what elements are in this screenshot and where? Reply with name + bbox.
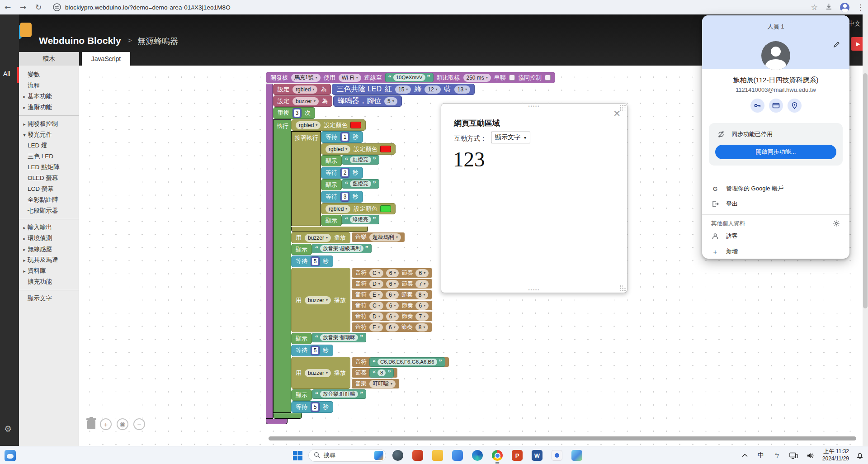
gear-icon[interactable] [832, 219, 840, 227]
block-row[interactable]: 節奏“8” [351, 368, 398, 378]
dropdown-field[interactable]: 7▾ [415, 280, 429, 288]
addresses-pin-icon[interactable] [788, 99, 802, 113]
number-block[interactable]: 5 [311, 256, 320, 266]
string-block[interactable]: “放音樂:叮叮噹” [312, 389, 366, 399]
dropdown-field[interactable]: rgbled▾ [326, 205, 350, 213]
block-row[interactable]: 等待1秒 [321, 131, 363, 143]
dropdown-field[interactable]: 6▾ [386, 269, 399, 277]
block-row[interactable]: 等待5秒 [291, 345, 333, 356]
forward-icon[interactable]: → [15, 3, 31, 12]
block-row[interactable]: 等待2秒 [321, 167, 363, 179]
horizontal-scrollbar[interactable] [269, 436, 856, 440]
resize-grip-bottom-right[interactable] [619, 285, 626, 292]
dropdown-field[interactable]: 12▾ [425, 85, 440, 94]
edge-icon[interactable] [472, 450, 483, 461]
dropdown-field[interactable]: buzzer▾ [305, 234, 331, 242]
sign-out-item[interactable]: 登出 [702, 196, 849, 212]
color-field[interactable] [350, 122, 361, 128]
speaker-icon[interactable] [802, 452, 819, 459]
all-categories-label[interactable]: All [3, 70, 10, 77]
dropdown-field[interactable]: 7▾ [415, 312, 429, 321]
sidebar-item-1[interactable]: 變數 [19, 69, 79, 80]
network-icon[interactable] [785, 452, 802, 459]
reload-icon[interactable]: ↻ [31, 3, 46, 12]
block-row[interactable]: 音符D▾6▾節奏7▾ [351, 279, 433, 289]
taskbar-clock[interactable]: 上午 11:32 2024/11/29 [822, 448, 849, 462]
dropdown-field[interactable]: C▾ [369, 269, 383, 277]
app-globe-icon[interactable] [392, 450, 403, 461]
string-block[interactable]: “紅燈亮” [342, 155, 379, 165]
dropdown-field[interactable]: rgbled▾ [326, 145, 350, 153]
enable-sync-button[interactable]: 開啟同步功能... [715, 145, 836, 159]
sidebar-item-11[interactable]: LCD 螢幕 [19, 184, 79, 194]
number-block[interactable]: 3 [292, 108, 302, 118]
language-label[interactable]: 中文 [848, 20, 861, 28]
sidebar-item-15[interactable]: ▸環境偵測 [19, 233, 79, 244]
attached-block[interactable]: 三色共陰 LED紅15▾綠12▾藍13▾ [332, 84, 475, 95]
manage-google-account-item[interactable]: G 管理你的 Google 帳戶 [702, 181, 849, 196]
block-row[interactable]: 等待3秒 [321, 191, 363, 203]
browser-menu-icon[interactable]: ⋮ [857, 3, 864, 12]
tray-chevron-up-icon[interactable] [737, 454, 753, 457]
dropdown-field[interactable]: 250 ms▾ [463, 74, 491, 82]
ime-mode-indicator[interactable]: 中 [753, 451, 769, 459]
block-row[interactable]: 音符E▾6▾節奏8▾ [351, 322, 432, 332]
block-row[interactable]: 音符E▾6▾節奏8▾ [351, 289, 432, 300]
dropdown-field[interactable]: buzzer▾ [305, 296, 331, 304]
color-field[interactable] [380, 205, 391, 212]
string-block[interactable]: “綠燈亮” [342, 215, 379, 224]
file-explorer-icon[interactable] [432, 450, 443, 461]
dropdown-field[interactable]: D▾ [369, 312, 383, 321]
zoom-out-button[interactable]: − [133, 418, 145, 430]
trash-icon[interactable] [85, 416, 98, 432]
zoom-reset-button[interactable]: ◉ [117, 418, 128, 430]
dropdown-field[interactable]: 8▾ [415, 323, 429, 331]
widgets-icon[interactable] [5, 450, 16, 461]
block-row[interactable]: rgbled▾設定顏色 [321, 203, 396, 214]
edit-pencil-icon[interactable] [833, 41, 840, 50]
number-block[interactable]: 5 [311, 346, 320, 355]
block-row[interactable]: 用buzzer▾播放音樂超級瑪利▾ [291, 232, 405, 243]
sidebar-item-10[interactable]: OLED 螢幕 [19, 173, 79, 184]
sidebar-item-14[interactable]: ▸輸入輸出 [19, 222, 79, 233]
app-red-icon[interactable] [412, 450, 423, 461]
block-row[interactable]: 音樂超級瑪利▾ [351, 232, 405, 242]
vertical-scrollbar-thumb[interactable] [863, 73, 868, 308]
app-blue-icon[interactable] [452, 450, 463, 461]
photos-icon[interactable] [571, 450, 582, 461]
number-block[interactable]: 1 [340, 132, 349, 142]
sidebar-item-5[interactable]: ▸開發板控制 [19, 118, 79, 129]
block-row[interactable]: 音符D▾6▾節奏7▾ [351, 311, 433, 322]
dropdown-field[interactable]: 叮叮噹▾ [369, 380, 396, 388]
block-row[interactable]: 音符C▾6▾節奏6▾ [351, 300, 433, 311]
site-info-icon[interactable] [52, 3, 61, 12]
settings-gear-icon[interactable]: ⚙ [4, 424, 12, 434]
tab-blocks[interactable]: 積木 [19, 52, 79, 66]
sidebar-item-16[interactable]: ▸無線感應 [19, 244, 79, 255]
block-row[interactable]: 顯示“放音樂:超級瑪利” [291, 244, 372, 255]
block-row[interactable]: rgbled▾設定顏色 [321, 143, 396, 155]
dropdown-field[interactable]: rgbled▾ [296, 121, 321, 129]
string-block[interactable]: “C6,D6,E6,F6,G6,A6,B6” [369, 357, 445, 367]
sidebar-item-12[interactable]: 全彩點距陣 [19, 194, 79, 205]
sidebar-item-3[interactable]: ▸基本功能 [19, 91, 79, 102]
number-block[interactable]: 2 [340, 168, 349, 178]
dropdown-field[interactable]: 8▾ [415, 291, 429, 299]
drag-handle-bottom[interactable]: ••••• [528, 289, 540, 291]
block-row[interactable]: 等待5秒 [291, 256, 333, 267]
chrome-icon[interactable] [492, 450, 503, 461]
block-row[interactable]: 等待5秒 [291, 401, 333, 413]
browser-profile-avatar[interactable] [840, 3, 849, 12]
block-row[interactable]: 開發板馬克1號▾使用Wi-Fi▾連線至“10QeXmvV”類比取樣250 ms▾… [266, 72, 555, 83]
sidebar-item-4[interactable]: ▸進階功能 [19, 102, 79, 113]
guest-item[interactable]: 訪客 [702, 228, 849, 244]
block-row[interactable]: 顯示“放音樂:都瑞咪” [291, 333, 366, 344]
dropdown-field[interactable]: 5▾ [384, 97, 397, 105]
dropdown-field[interactable]: D▾ [369, 280, 383, 288]
payment-card-icon[interactable] [769, 99, 783, 113]
block-row[interactable]: 用buzzer▾播放音符“C6,D6,E6,F6,G6,A6,B6”節奏“8”音… [291, 357, 449, 389]
dropdown-field[interactable]: 6▾ [386, 280, 399, 288]
search-daily-image[interactable] [374, 451, 383, 460]
dropdown-field[interactable]: Wi-Fi▾ [339, 74, 361, 82]
block-row[interactable]: 顯示“放音樂:叮叮噹” [291, 389, 366, 401]
